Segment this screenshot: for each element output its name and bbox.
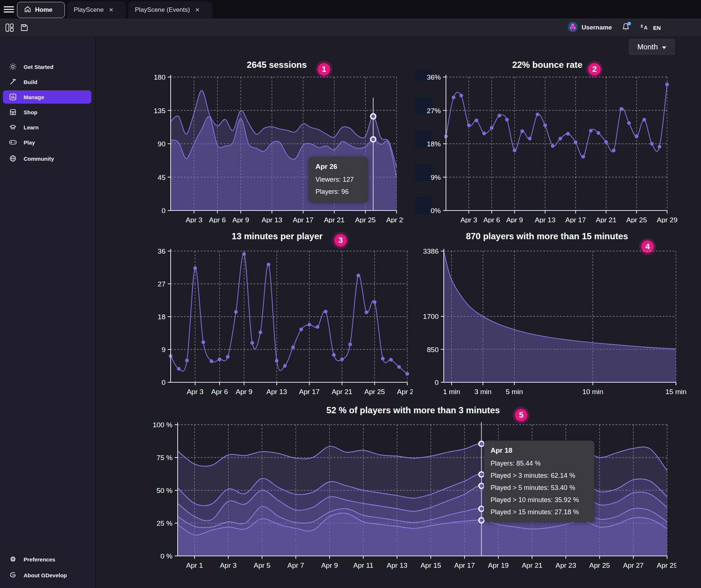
svg-text:45: 45 xyxy=(158,174,165,181)
tab-playscene-events[interactable]: PlayScene (Events) ✕ xyxy=(128,1,212,18)
sidebar-item-manage[interactable]: Manage xyxy=(3,90,91,104)
svg-text:Apr 25: Apr 25 xyxy=(364,388,385,396)
svg-text:Apr 29: Apr 29 xyxy=(397,388,413,396)
sidebar-item-label: About GDevelop xyxy=(24,572,67,578)
sidebar-item-label: Shop xyxy=(24,109,38,115)
svg-text:Apr 29: Apr 29 xyxy=(386,216,404,223)
svg-text:36: 36 xyxy=(158,247,165,255)
svg-text:Apr 25: Apr 25 xyxy=(589,561,610,569)
chart-tooltip-duration-bands: Apr 18 Players: 85.44 % Played > 3 minut… xyxy=(484,441,594,522)
sidebar-item-build[interactable]: Build xyxy=(3,75,91,88)
chart-tooltip-sessions: Apr 26 Viewers: 127 Players: 96 xyxy=(309,157,368,202)
account-button[interactable]: Username xyxy=(568,18,612,37)
players-retention-chart[interactable]: 0850170033861 min3 min5 min10 min15 min xyxy=(411,240,695,396)
tooltip-line: Viewers: 127 xyxy=(315,176,361,184)
sidebar-item-label: Get Started xyxy=(24,64,53,70)
svg-text:18: 18 xyxy=(158,313,165,321)
tooltip-line: Played > 3 minutes: 62.14 % xyxy=(491,472,588,480)
svg-text:850: 850 xyxy=(427,346,439,354)
panels-icon[interactable] xyxy=(5,23,14,32)
period-value: Month xyxy=(637,43,658,51)
translate-icon: x̄A xyxy=(640,22,649,33)
tooltip-date: Apr 18 xyxy=(491,446,588,455)
svg-text:Apr 17: Apr 17 xyxy=(293,216,313,223)
notifications-button[interactable] xyxy=(621,18,630,37)
sidebar-item-community[interactable]: Community xyxy=(3,152,91,165)
svg-text:Apr 27: Apr 27 xyxy=(623,561,644,569)
svg-text:75 %: 75 % xyxy=(157,454,172,462)
svg-text:0: 0 xyxy=(435,379,439,386)
toolbar: Username x̄A EN xyxy=(0,18,701,37)
close-icon[interactable]: ✕ xyxy=(193,6,201,14)
svg-text:Apr 6: Apr 6 xyxy=(209,216,226,223)
sidebar-item-shop[interactable]: Shop xyxy=(3,105,91,119)
svg-text:5 min: 5 min xyxy=(506,388,523,396)
svg-text:1 min: 1 min xyxy=(443,388,460,396)
gdevelop-logo-icon xyxy=(9,571,17,579)
svg-text:0: 0 xyxy=(161,379,165,386)
svg-text:Apr 17: Apr 17 xyxy=(454,561,475,569)
sidebar-item-preferences[interactable]: ⚙ Preferences xyxy=(3,553,91,566)
svg-text:1700: 1700 xyxy=(423,313,439,320)
svg-text:Apr 9: Apr 9 xyxy=(506,216,523,223)
tab-bar: Home PlayScene ✕ PlayScene (Events) ✕ xyxy=(0,0,701,18)
svg-text:0%: 0% xyxy=(431,207,441,215)
language-code: EN xyxy=(653,25,661,31)
svg-text:9: 9 xyxy=(161,346,165,354)
svg-text:18%: 18% xyxy=(427,140,441,148)
globe-icon xyxy=(9,154,17,163)
tab-playscene[interactable]: PlayScene ✕ xyxy=(67,1,126,18)
close-icon[interactable]: ✕ xyxy=(107,6,115,14)
tooltip-line: Played > 5 minutes: 53.40 % xyxy=(491,484,588,492)
svg-text:3 min: 3 min xyxy=(474,388,491,396)
pixel-avatar xyxy=(568,22,578,34)
unread-dot xyxy=(627,22,631,25)
svg-text:180: 180 xyxy=(154,73,165,81)
sun-icon xyxy=(9,63,17,71)
svg-text:Apr 3: Apr 3 xyxy=(220,561,237,569)
svg-text:25 %: 25 % xyxy=(157,519,172,527)
minutes-per-player-chart[interactable]: 09182736Apr 3Apr 6Apr 9Apr 13Apr 17Apr 2… xyxy=(138,240,413,396)
language-button[interactable]: x̄A EN xyxy=(640,18,661,37)
svg-text:Apr 21: Apr 21 xyxy=(522,561,543,569)
svg-text:Apr 6: Apr 6 xyxy=(483,216,500,223)
sidebar-item-learn[interactable]: Learn xyxy=(3,121,91,134)
tab-home[interactable]: Home xyxy=(17,2,65,18)
svg-text:Apr 13: Apr 13 xyxy=(262,216,282,223)
username-label: Username xyxy=(582,24,612,31)
sidebar-item-label: Manage xyxy=(24,94,44,100)
chevron-down-icon xyxy=(662,43,667,51)
svg-text:50 %: 50 % xyxy=(157,487,172,494)
sidebar-item-about[interactable]: About GDevelop xyxy=(3,568,91,582)
svg-text:Apr 11: Apr 11 xyxy=(353,561,373,569)
tab-label: PlayScene xyxy=(74,6,104,14)
svg-text:10 min: 10 min xyxy=(582,388,603,396)
svg-text:Apr 23: Apr 23 xyxy=(555,561,576,569)
svg-text:Apr 7: Apr 7 xyxy=(287,561,304,569)
svg-text:Apr 13: Apr 13 xyxy=(266,388,287,396)
sidebar-item-label: Community xyxy=(24,156,54,162)
svg-text:Apr 5: Apr 5 xyxy=(254,561,270,569)
bounce-rate-chart[interactable]: 0%9%18%27%36%Apr 3Apr 6Apr 9Apr 13Apr 17… xyxy=(415,70,680,223)
sidebar-item-get-started[interactable]: Get Started xyxy=(3,60,91,73)
svg-text:135: 135 xyxy=(154,107,165,115)
save-icon[interactable] xyxy=(20,23,29,32)
svg-text:Apr 1: Apr 1 xyxy=(186,561,203,569)
svg-text:Apr 9: Apr 9 xyxy=(236,388,252,396)
svg-text:Apr 25: Apr 25 xyxy=(355,216,376,223)
tooltip-line: Players: 85.44 % xyxy=(491,460,588,467)
sidebar-item-label: Play xyxy=(24,139,35,146)
chart-title-bounce: 22% bounce rate xyxy=(437,60,658,70)
play-duration-bands-chart[interactable]: 0 %25 %50 %75 %100 %Apr 1Apr 3Apr 5Apr 7… xyxy=(142,413,676,572)
tab-label: PlayScene (Events) xyxy=(135,6,190,14)
svg-text:Apr 19: Apr 19 xyxy=(488,561,509,569)
menu-icon[interactable] xyxy=(4,5,14,14)
svg-text:Apr 17: Apr 17 xyxy=(299,388,320,396)
period-selector[interactable]: Month xyxy=(629,39,675,55)
tooltip-line: Played > 10 minutes: 35.92 % xyxy=(491,496,588,504)
sidebar-item-play[interactable]: Play xyxy=(3,136,91,149)
svg-text:Apr 21: Apr 21 xyxy=(596,216,616,223)
tooltip-line: Players: 96 xyxy=(315,188,361,196)
svg-text:27: 27 xyxy=(158,280,165,288)
storefront-icon xyxy=(9,108,17,116)
